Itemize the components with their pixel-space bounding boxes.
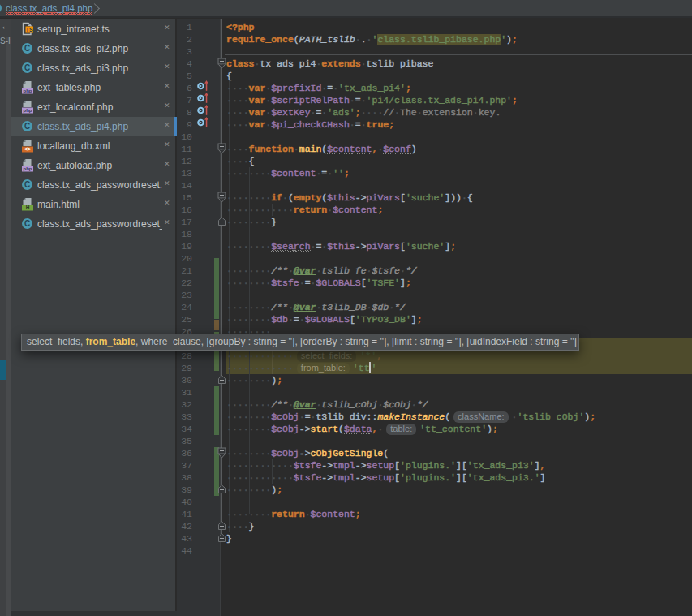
svg-text:php: php: [24, 166, 32, 171]
svg-text:php: php: [24, 108, 32, 113]
svg-text:<>: <>: [24, 146, 31, 152]
svg-text:TS: TS: [26, 27, 33, 32]
svg-text:H: H: [26, 205, 30, 210]
svg-text:php: php: [24, 88, 32, 93]
